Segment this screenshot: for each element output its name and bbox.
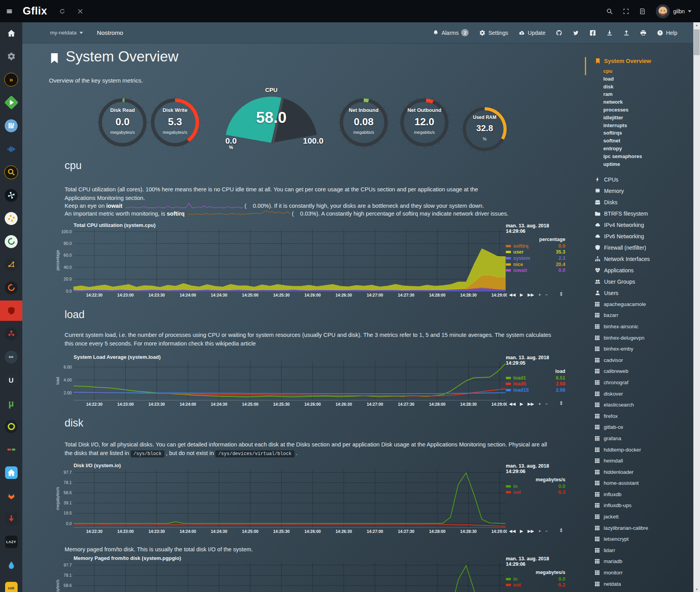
download-icon[interactable] — [606, 30, 613, 36]
chart-plot[interactable]: 14:22:3014:23:0014:23:3014:24:0014:24:30… — [55, 360, 507, 407]
print-icon[interactable] — [640, 30, 646, 36]
menu-app-heimdall[interactable]: heimdall — [595, 455, 648, 466]
chart-control-3[interactable]: + — [538, 292, 541, 297]
menu-link-entropy[interactable]: entropy — [603, 145, 642, 153]
user-menu[interactable]: gilbn — [656, 4, 691, 18]
fullscreen-icon[interactable] — [623, 8, 629, 14]
menu-app-elasticsearch[interactable]: elasticsearch — [595, 399, 648, 410]
legend-row-out[interactable]: out-5.3 — [506, 489, 565, 496]
menu-link-interrupts[interactable]: interrupts — [603, 122, 642, 130]
rail-item-home-assistant[interactable] — [0, 462, 22, 483]
search-icon[interactable] — [606, 8, 613, 14]
menu-link-cpu[interactable]: cpu — [603, 67, 642, 75]
scrollbar[interactable]: ▲ ▼ — [693, 22, 700, 592]
menu-app-binhex-airsonic[interactable]: binhex-airsonic — [595, 321, 648, 332]
menu-app-firefox[interactable]: firefox — [595, 410, 648, 422]
scroll-down-arrow[interactable]: ▼ — [693, 587, 700, 592]
legend-row-in[interactable]: in0.0 — [506, 483, 565, 489]
menu-app-bazarr[interactable]: bazarr — [595, 310, 648, 321]
menu-link-uptime[interactable]: uptime — [603, 160, 642, 168]
rail-item-airsonic-waveform[interactable] — [0, 139, 22, 159]
legend-row-out[interactable]: out-5.2 — [506, 582, 565, 588]
menu-app-hiddenloader[interactable]: hiddenloader — [595, 466, 648, 478]
rail-item-lazylibrarian[interactable]: LAZY — [0, 532, 22, 552]
help-button[interactable]: ? Help — [657, 30, 677, 36]
legend-row-load5[interactable]: load52.68 — [506, 381, 565, 387]
rail-item-water-drop[interactable] — [0, 555, 22, 575]
menu-section-ipv4-networking[interactable]: IPv4 Networking — [595, 219, 650, 230]
rail-item-ring-lime[interactable] — [0, 416, 22, 437]
menu-section-network-interfaces[interactable]: Network Interfaces — [595, 253, 650, 265]
chart-control-3[interactable]: + — [538, 529, 541, 533]
menu-section-users[interactable]: Users — [595, 287, 650, 299]
menu-link-softirqs[interactable]: softirqs — [603, 129, 642, 137]
menu-app-calibreweb[interactable]: calibreweb — [595, 366, 648, 377]
legend-row-iowait[interactable]: iowait0.0 — [506, 267, 565, 274]
chart-plot[interactable]: 14:22:3014:23:0014:23:3014:24:0014:24:30… — [55, 468, 507, 534]
chart-plot[interactable]: 14:22:3014:23:0014:23:3014:24:0014:24:30… — [55, 228, 507, 298]
menu-app-letsencrypt[interactable]: letsencrypt — [595, 533, 648, 545]
rail-item-download-arrow[interactable] — [0, 509, 22, 529]
menu-system-overview[interactable]: System Overview — [595, 58, 651, 64]
legend-row-softirq[interactable]: softirq0.0 — [506, 243, 565, 249]
legend-row-load15[interactable]: load152.06 — [506, 387, 565, 393]
menu-app-binhex-delugevpn[interactable]: binhex-delugevpn — [595, 332, 648, 344]
rail-item-home[interactable] — [0, 23, 22, 43]
gauge-disk-write[interactable]: Disk Write5.3megabytes/s — [146, 93, 204, 152]
menu-link-ram[interactable]: ram — [603, 90, 642, 98]
gauge-net-outbound[interactable]: Net Outbound12.0megabits/s — [395, 93, 454, 152]
menu-section-disks[interactable]: Disks — [595, 196, 650, 208]
menu-app-hddtemp-docker[interactable]: hddtemp-docker — [595, 444, 648, 455]
menu-app-diskover[interactable]: diskover — [595, 388, 648, 399]
menu-link-processes[interactable]: processes — [603, 106, 642, 114]
rail-item-diskover-nodes[interactable] — [0, 254, 22, 275]
rail-item-grafana[interactable] — [0, 277, 22, 298]
menu-link-softnet[interactable]: softnet — [603, 137, 642, 145]
rail-item-library-books[interactable] — [0, 115, 22, 136]
menu-app-monitorr[interactable]: monitorr — [595, 567, 648, 578]
rail-item-settings[interactable] — [0, 46, 22, 67]
rail-item-swirl-green[interactable] — [0, 231, 22, 252]
twitter-icon[interactable] — [573, 30, 579, 36]
legend-row-system[interactable]: system2.3 — [506, 255, 565, 261]
gauge-net-inbound[interactable]: Net Inbound0.08megabits/s — [334, 93, 393, 152]
rail-item-gitlab[interactable] — [0, 486, 22, 506]
menu-app-lazylibrarian-calibre[interactable]: lazylibrarian-calibre — [595, 522, 648, 534]
rail-item-green-mu[interactable]: µ — [0, 393, 22, 414]
refresh-icon[interactable] — [59, 8, 65, 14]
chart-control-4[interactable]: − — [545, 401, 548, 406]
chart-control-2[interactable]: ▶▶ — [527, 401, 534, 407]
chart-resize-handle[interactable]: ⇕ — [559, 400, 563, 406]
menu-app-home-assistant[interactable]: home-assistant — [595, 478, 648, 489]
chart-control-0[interactable]: ◀◀ — [509, 292, 516, 297]
legend-row-in[interactable]: in0.0 — [506, 576, 565, 582]
rail-item-rotor-light[interactable] — [0, 208, 22, 229]
menu-app-cadvisor[interactable]: cadvisor — [595, 354, 648, 366]
rail-item-unifi[interactable]: U — [0, 370, 22, 390]
menu-app-influxdb[interactable]: influxdb — [595, 489, 648, 500]
chart-control-4[interactable]: − — [545, 529, 548, 533]
rail-item-pills[interactable] — [0, 439, 22, 460]
menu-link-network[interactable]: network — [603, 98, 642, 106]
chart-plot[interactable]: 14:22:3014:23:0014:23:3014:24:0014:24:30… — [55, 561, 507, 592]
menu-link-disk[interactable]: disk — [603, 83, 642, 91]
hostname[interactable]: Nostromo — [97, 29, 123, 36]
menu-app-grafana[interactable]: grafana — [595, 433, 648, 444]
menu-app-apacheguacamole[interactable]: apacheguacamole — [595, 299, 648, 310]
rail-item-rotor-dark[interactable] — [0, 185, 22, 205]
menu-section-cpus[interactable]: CPUs — [595, 174, 650, 185]
legend-row-nice[interactable]: nice20.4 — [506, 261, 565, 268]
menu-link-ipc-semaphores[interactable]: ipc semaphores — [603, 153, 642, 160]
menu-app-influxdb-ups[interactable]: influxdb-ups — [595, 500, 648, 511]
menu-app-mariadb[interactable]: mariadb — [595, 556, 648, 567]
chart-control-0[interactable]: ◀◀ — [509, 529, 516, 534]
menu-link-idlejitter[interactable]: idlejitter — [603, 114, 642, 122]
scrollbar-thumb[interactable] — [694, 29, 700, 55]
chart-control-1[interactable]: ▶ — [520, 292, 523, 297]
chart-control-1[interactable]: ▶ — [520, 401, 523, 407]
rail-item-sabnzbd[interactable]: sab — [0, 578, 22, 592]
menu-app-gitlab-ce[interactable]: gitlab-ce — [595, 422, 648, 433]
update-button[interactable]: Update — [519, 30, 545, 36]
chart-control-1[interactable]: ▶ — [520, 529, 523, 534]
legend-row-user[interactable]: user35.3 — [506, 249, 565, 256]
